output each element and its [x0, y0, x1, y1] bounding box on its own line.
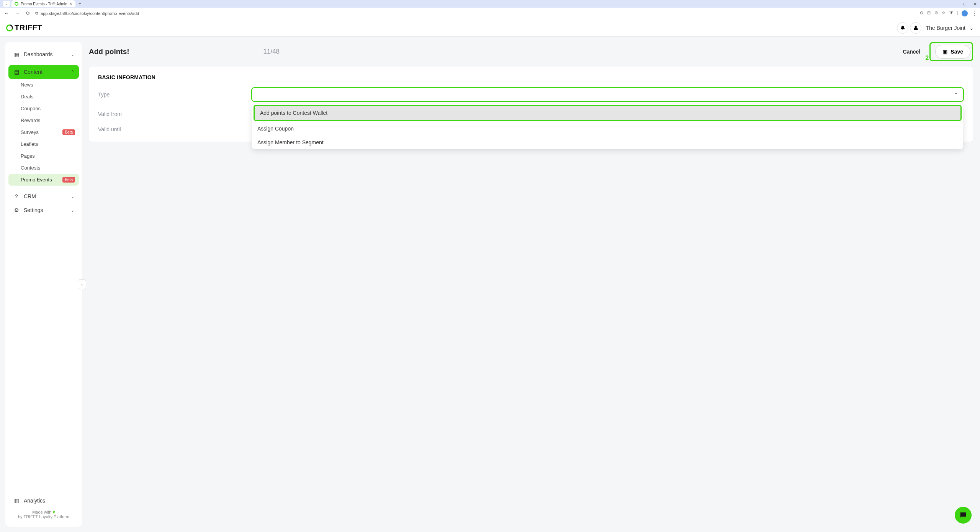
save-button[interactable]: ▣ Save	[935, 45, 970, 59]
sidebar-label: Analytics	[24, 498, 45, 504]
save-label: Save	[951, 49, 963, 55]
nav-back-icon[interactable]: ←	[3, 10, 10, 16]
chevron-up-icon: ⌃	[954, 92, 958, 97]
beta-badge: Beta	[62, 177, 75, 183]
dropdown-option-add-points[interactable]: Add points to Contest Wallet	[255, 106, 960, 120]
page-title: Add points!	[89, 47, 129, 56]
browser-tab[interactable]: Promo Events - Trifft Admin ×	[11, 0, 75, 7]
browser-address-bar: ← → ⟳ ⧉ app.stage.trifft.io/cacitokiy/co…	[0, 8, 980, 19]
heart-icon: ♥	[52, 510, 55, 514]
bookmark-icon[interactable]: ☆	[942, 10, 946, 16]
sidebar-item-settings[interactable]: ⚙ Settings ⌄	[8, 203, 79, 217]
annotation-highlight-2: 2 ▣ Save	[929, 42, 973, 61]
sidebar-item-pages[interactable]: Pages	[8, 150, 79, 162]
dashboard-icon: ▦	[13, 51, 20, 57]
sidebar-item-promo-events[interactable]: Promo EventsBeta	[8, 174, 79, 186]
sidebar-item-news[interactable]: News	[8, 79, 79, 91]
site-info-icon[interactable]: ⧉	[35, 11, 38, 16]
cancel-button[interactable]: Cancel	[897, 45, 926, 59]
sidebar-sub-label: Contests	[21, 165, 40, 171]
question-icon: ?	[13, 193, 20, 199]
annotation-highlight-1: 1 Add points to Contest Wallet	[254, 105, 962, 121]
sidebar-label: Dashboards	[24, 51, 53, 57]
sidebar-item-crm[interactable]: ? CRM ⌄	[8, 189, 79, 203]
zoom-icon[interactable]: ⊕	[934, 10, 938, 16]
logo-icon	[5, 23, 15, 33]
sidebar-sub-label: Pages	[21, 153, 35, 159]
chevron-down-icon: ⌄	[71, 208, 74, 213]
intercom-chat-button[interactable]	[955, 507, 972, 524]
chevron-up-icon: ⌃	[71, 70, 74, 75]
dropdown-option-assign-coupon[interactable]: Assign Coupon	[252, 122, 963, 135]
sidebar-footer: Made with ♥ by TRIFFT Loyalty Platform	[8, 508, 79, 521]
sidebar-item-content[interactable]: ▤ Content ⌃	[8, 65, 79, 79]
new-tab-button[interactable]: +	[77, 1, 83, 7]
password-icon[interactable]: ⊙	[920, 10, 923, 16]
sidebar-sub-label: News	[21, 82, 33, 88]
account-button[interactable]: 👤︎	[910, 22, 921, 34]
sidebar-item-dashboards[interactable]: ▦ Dashboards ⌄	[8, 47, 79, 61]
page-header: Add points! 11/48 Cancel 2 ▣ Save	[89, 42, 973, 61]
form-row-type: Type ⌃ 1 Add points to Contest Wallet As…	[98, 87, 964, 102]
type-select[interactable]: ⌃ 1 Add points to Contest Wallet Assign …	[251, 87, 964, 102]
main-content: Add points! 11/48 Cancel 2 ▣ Save BASIC …	[82, 37, 980, 532]
tab-title: Promo Events - Trifft Admin	[21, 2, 67, 6]
user-icon: 👤︎	[913, 25, 918, 31]
dropdown-option-assign-segment[interactable]: Assign Member to Segment	[252, 135, 963, 149]
valid-until-label: Valid until	[98, 126, 251, 132]
notifications-button[interactable]: 🔔︎	[897, 22, 908, 34]
footer-text: Made with	[32, 510, 52, 514]
beta-badge: Beta	[62, 129, 75, 135]
bell-icon: 🔔︎	[900, 25, 905, 31]
profile-avatar[interactable]	[962, 10, 968, 16]
nav-reload-icon[interactable]: ⟳	[25, 10, 31, 16]
sidebar-item-contests[interactable]: Contests	[8, 162, 79, 174]
translate-icon[interactable]: ⊞	[927, 10, 931, 16]
chat-icon	[959, 511, 967, 519]
card-title: BASIC INFORMATION	[98, 74, 964, 80]
divider: |	[957, 10, 958, 16]
save-icon: ▣	[942, 49, 947, 55]
sidebar-item-coupons[interactable]: Coupons	[8, 103, 79, 114]
gear-icon: ⚙	[13, 207, 20, 213]
character-counter: 11/48	[263, 48, 280, 55]
sidebar-item-leaflets[interactable]: Leaflets	[8, 138, 79, 150]
tab-close-icon[interactable]: ×	[70, 1, 72, 7]
browser-menu-icon[interactable]: ⋮	[972, 10, 977, 16]
url-text: app.stage.trifft.io/cacitokiy/content/pr…	[41, 11, 139, 16]
window-minimize-icon[interactable]: —	[952, 1, 957, 7]
browser-tab-bar: ⌄ Promo Events - Trifft Admin × + — □ ✕	[0, 0, 980, 8]
app-logo[interactable]: TRIFFT	[6, 23, 42, 32]
annotation-number-2: 2	[925, 55, 929, 62]
type-label: Type	[98, 91, 251, 98]
sidebar: ▦ Dashboards ⌄ ▤ Content ⌃ News Deals Co…	[5, 42, 82, 527]
sidebar-sub-label: Deals	[21, 94, 33, 100]
logo-text: TRIFFT	[15, 23, 42, 32]
window-maximize-icon[interactable]: □	[964, 1, 966, 7]
sidebar-item-rewards[interactable]: Rewards	[8, 114, 79, 126]
type-dropdown: 1 Add points to Contest Wallet Assign Co…	[252, 104, 963, 149]
valid-from-label: Valid from	[98, 111, 251, 117]
workspace-selector[interactable]: The Burger Joint ⌄	[926, 25, 974, 31]
chevron-down-icon: ⌄	[71, 52, 74, 57]
url-input[interactable]: ⧉ app.stage.trifft.io/cacitokiy/content/…	[35, 11, 916, 16]
sidebar-sub-label: Coupons	[21, 106, 41, 111]
sidebar-sub-label: Leaflets	[21, 141, 38, 147]
workspace-name: The Burger Joint	[926, 25, 966, 31]
chevron-down-icon: ⌄	[71, 194, 74, 199]
basic-information-card: BASIC INFORMATION Type ⌃ 1 Add points to…	[89, 67, 973, 142]
sidebar-item-deals[interactable]: Deals	[8, 91, 79, 103]
chevron-down-icon: ⌄	[969, 25, 974, 31]
sidebar-sub-label: Surveys	[21, 129, 39, 135]
sidebar-sub-label: Rewards	[21, 117, 40, 123]
sidebar-label: Settings	[24, 207, 43, 213]
tab-search-dropdown[interactable]: ⌄	[3, 1, 10, 7]
sidebar-label: Content	[24, 69, 43, 75]
extensions-icon[interactable]: ⧩	[949, 10, 953, 16]
sidebar-item-analytics[interactable]: ▥ Analytics	[8, 494, 79, 508]
analytics-icon: ▥	[13, 498, 20, 504]
sidebar-item-surveys[interactable]: SurveysBeta	[8, 126, 79, 138]
content-icon: ▤	[13, 69, 20, 75]
window-close-icon[interactable]: ✕	[973, 1, 977, 7]
sidebar-sub-label: Promo Events	[21, 177, 52, 183]
